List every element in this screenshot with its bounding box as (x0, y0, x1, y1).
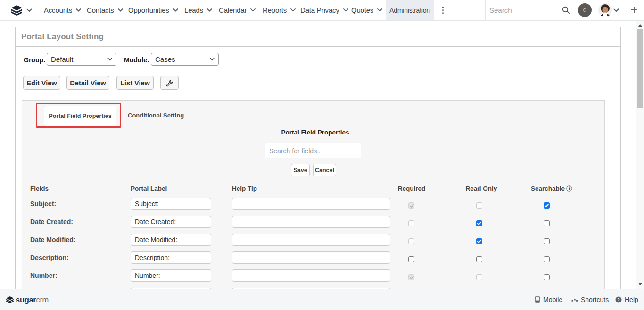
svg-text:?: ? (617, 297, 620, 302)
